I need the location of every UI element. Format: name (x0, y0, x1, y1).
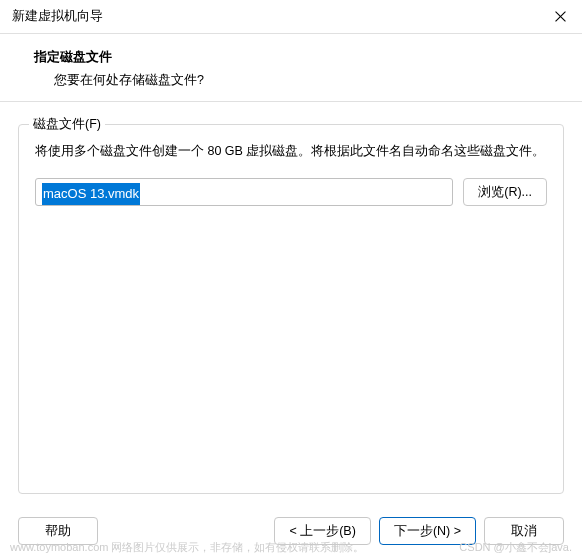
cancel-button[interactable]: 取消 (484, 517, 564, 545)
disk-description: 将使用多个磁盘文件创建一个 80 GB 虚拟磁盘。将根据此文件名自动命名这些磁盘… (35, 141, 547, 162)
next-button[interactable]: 下一步(N) > (379, 517, 476, 545)
footer-nav: < 上一步(B) 下一步(N) > 取消 (274, 517, 564, 545)
file-input-row: macOS 13.vmdk 浏览(R)... (35, 178, 547, 206)
page-subtitle: 您要在何处存储磁盘文件? (34, 72, 562, 89)
help-button[interactable]: 帮助 (18, 517, 98, 545)
wizard-header: 指定磁盘文件 您要在何处存储磁盘文件? (0, 34, 582, 102)
back-button[interactable]: < 上一步(B) (274, 517, 370, 545)
window-title: 新建虚拟机向导 (12, 8, 103, 25)
content-area: 磁盘文件(F) 将使用多个磁盘文件创建一个 80 GB 虚拟磁盘。将根据此文件名… (0, 102, 582, 507)
page-title: 指定磁盘文件 (34, 48, 562, 66)
browse-button[interactable]: 浏览(R)... (463, 178, 547, 206)
disk-file-fieldset: 磁盘文件(F) 将使用多个磁盘文件创建一个 80 GB 虚拟磁盘。将根据此文件名… (18, 124, 564, 494)
titlebar: 新建虚拟机向导 (0, 0, 582, 34)
close-button[interactable] (538, 0, 582, 34)
disk-file-input[interactable]: macOS 13.vmdk (35, 178, 453, 206)
disk-file-value: macOS 13.vmdk (42, 183, 140, 205)
dialog-window: 新建虚拟机向导 指定磁盘文件 您要在何处存储磁盘文件? 磁盘文件(F) 将使用多… (0, 0, 582, 557)
fieldset-legend: 磁盘文件(F) (29, 116, 105, 133)
close-icon (555, 11, 566, 22)
wizard-footer: 帮助 < 上一步(B) 下一步(N) > 取消 (0, 507, 582, 557)
